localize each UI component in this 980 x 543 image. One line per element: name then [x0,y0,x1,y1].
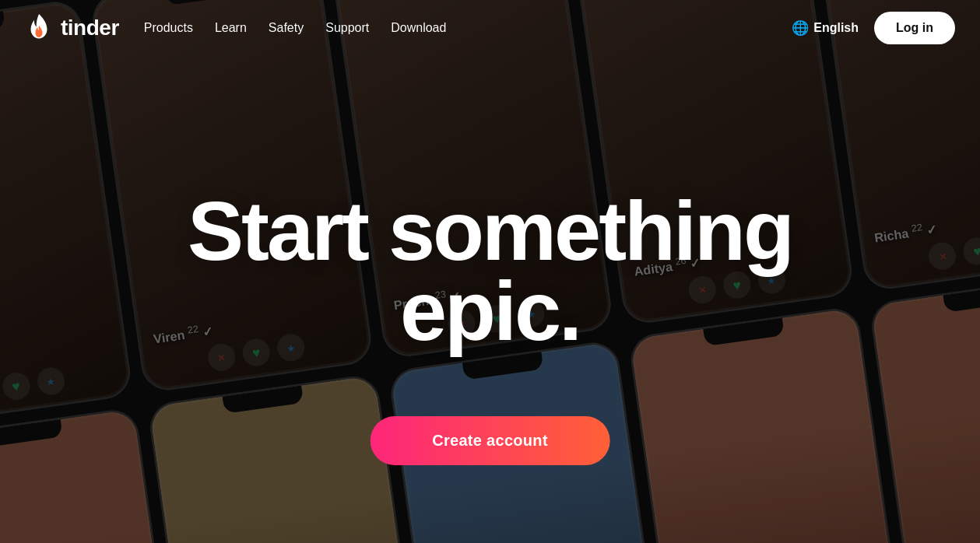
nav-learn[interactable]: Learn [215,21,247,35]
create-account-button[interactable]: Create account [370,416,610,465]
login-button[interactable]: Log in [874,12,955,44]
nav-safety[interactable]: Safety [269,21,304,35]
language-selector[interactable]: 🌐 English [792,19,859,37]
logo-text: tinder [61,16,119,40]
tinder-logo-icon [25,14,53,42]
logo-link[interactable]: tinder [25,14,119,42]
nav-products[interactable]: Products [144,21,193,35]
navbar: tinder Products Learn Safety Support Dow… [0,0,980,56]
nav-links: Products Learn Safety Support Download [144,21,447,35]
nav-support[interactable]: Support [325,21,369,35]
language-label: English [813,21,859,35]
nav-right: 🌐 English Log in [792,12,955,44]
nav-download[interactable]: Download [391,21,446,35]
globe-icon: 🌐 [792,19,809,37]
cta-container: Create account [370,416,610,465]
